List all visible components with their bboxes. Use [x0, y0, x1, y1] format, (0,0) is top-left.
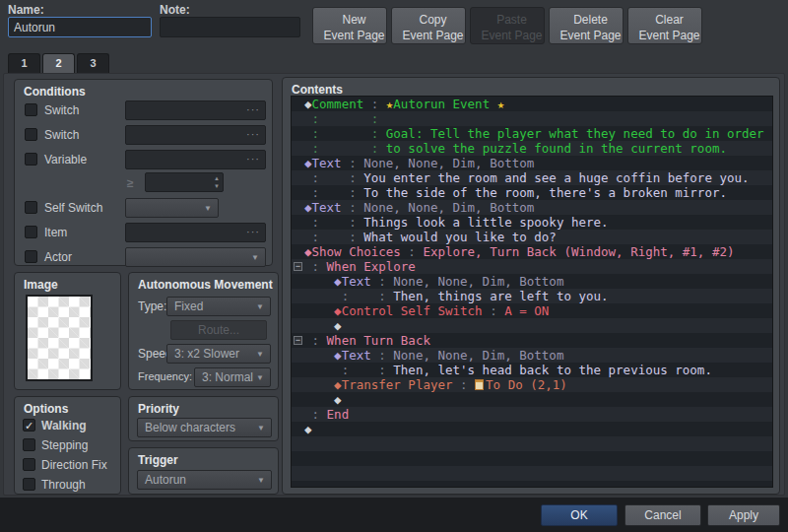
switch2-ellipsis-icon: ···	[246, 128, 260, 140]
tab-page-2[interactable]: 2	[42, 53, 75, 73]
event-command-row[interactable]: ◆	[292, 318, 772, 333]
self-switch-dropdown[interactable]: ▼	[125, 198, 219, 218]
event-image-picker[interactable]	[26, 295, 93, 381]
event-command-text: : : Goal: Tell the player what they need…	[304, 126, 764, 141]
image-panel: Image	[14, 272, 121, 390]
through-checkbox[interactable]	[23, 478, 35, 491]
note-label: Note:	[160, 3, 190, 17]
event-command-row[interactable]: : : To the side of the room, there's a b…	[292, 185, 772, 200]
switch1-checkbox[interactable]	[25, 103, 37, 116]
priority-title: Priority	[138, 402, 179, 416]
movement-frequency-dropdown[interactable]: 3: Normal ▼	[194, 367, 271, 387]
event-command-row[interactable]: ◆Control Self Switch : A = ON	[292, 303, 772, 318]
event-command-row[interactable]: ◆	[292, 422, 772, 436]
trigger-dropdown[interactable]: Autorun ▼	[137, 470, 272, 490]
chevron-down-icon: ▼	[256, 368, 264, 387]
event-command-row[interactable]: : : to solve the puzzle found in the cur…	[292, 141, 772, 156]
event-command-row[interactable]: : End	[292, 407, 772, 422]
actor-label: Actor	[44, 250, 72, 264]
self-switch-checkbox[interactable]	[25, 201, 37, 214]
event-command-row[interactable]: : :	[292, 111, 772, 126]
collapse-minus-icon[interactable]: −	[294, 336, 302, 345]
stepping-label: Stepping	[41, 438, 88, 452]
tab-page-1[interactable]: 1	[8, 53, 40, 73]
event-command-text: ◆	[304, 422, 312, 436]
item-field[interactable]: ···	[125, 223, 266, 242]
event-command-row[interactable]: : : Things look a little spooky here.	[292, 215, 772, 230]
movement-title: Autonomous Movement	[138, 278, 273, 292]
stepper-down-icon[interactable]: ▼	[214, 183, 220, 189]
clear-event-page-button[interactable]: Clear Event Page	[627, 7, 702, 44]
event-command-text: : : You enter the room and see a huge co…	[304, 170, 750, 185]
event-command-text: : End	[304, 407, 349, 422]
priority-panel: Priority Below characters ▼	[128, 396, 279, 441]
event-command-row[interactable]: − : When Explore	[292, 259, 772, 274]
switch2-checkbox[interactable]	[25, 128, 37, 141]
event-command-row[interactable]: : : Goal: Tell the player what they need…	[292, 126, 772, 141]
ok-button[interactable]: OK	[541, 504, 618, 526]
event-command-text: ◆	[304, 318, 342, 333]
event-editor-dialog: Name: Note: New Event Page Copy Event Pa…	[0, 0, 788, 532]
collapse-minus-icon[interactable]: −	[294, 262, 302, 271]
event-command-row[interactable]: ◆Show Choices : Explore, Turn Back (Wind…	[292, 244, 772, 259]
route-button: Route...	[170, 320, 267, 340]
event-command-row[interactable]: − : When Turn Back	[292, 333, 772, 348]
event-command-text: ◆Text : None, None, Dim, Bottom	[304, 348, 563, 363]
variable-label: Variable	[44, 153, 87, 166]
new-event-page-button[interactable]: New Event Page	[312, 7, 387, 44]
apply-button[interactable]: Apply	[707, 504, 780, 526]
walking-checkbox[interactable]: ✓	[23, 419, 35, 432]
variable-field[interactable]: ···	[125, 150, 266, 169]
event-command-row[interactable]: : : Then, things are left to you.	[292, 289, 772, 303]
event-command-row[interactable]: ◆Text : None, None, Dim, Bottom	[292, 274, 772, 289]
variable-ellipsis-icon: ···	[246, 153, 260, 165]
chevron-down-icon: ▼	[257, 471, 265, 490]
paste-event-page-button: Paste Event Page	[470, 7, 545, 44]
movement-speed-dropdown[interactable]: 3: x2 Slower ▼	[166, 344, 271, 364]
priority-dropdown[interactable]: Below characters ▼	[137, 418, 272, 437]
actor-dropdown[interactable]: ▼	[125, 247, 266, 267]
event-command-row[interactable]: : : What would you like to do?	[292, 230, 772, 244]
name-input[interactable]	[8, 17, 152, 37]
options-title: Options	[24, 402, 68, 416]
tab-page-3[interactable]: 3	[77, 53, 109, 73]
contents-title: Contents	[292, 83, 343, 97]
contents-list[interactable]: ◆Comment : ★Autorun Event ★ : : : : Goal…	[291, 96, 773, 488]
through-label: Through	[41, 478, 86, 492]
event-command-row[interactable]: ◆Text : None, None, Dim, Bottom	[292, 156, 772, 170]
event-command-row[interactable]: ◆Text : None, None, Dim, Bottom	[292, 200, 772, 215]
variable-value-stepper[interactable]: ▲ ▼	[145, 172, 224, 192]
image-title: Image	[24, 278, 58, 292]
event-command-row[interactable]: ◆	[292, 392, 772, 407]
event-command-text: : : To the side of the room, there's a b…	[304, 185, 727, 200]
direction-fix-label: Direction Fix	[41, 458, 107, 472]
movement-type-label: Type:	[138, 299, 166, 313]
stepping-checkbox[interactable]	[23, 438, 35, 451]
switch1-ellipsis-icon: ···	[246, 103, 260, 115]
cancel-button[interactable]: Cancel	[624, 504, 701, 526]
trigger-panel: Trigger Autorun ▼	[128, 447, 279, 495]
switch2-field[interactable]: ···	[125, 125, 266, 145]
event-command-row[interactable]: : : You enter the room and see a huge co…	[292, 170, 772, 185]
event-command-row[interactable]: : : Then, let's head back to the previou…	[292, 363, 772, 377]
delete-event-page-button[interactable]: Delete Event Page	[549, 7, 624, 44]
variable-operator-label: ≥	[127, 176, 134, 190]
item-checkbox[interactable]	[25, 226, 37, 238]
trigger-title: Trigger	[138, 453, 178, 467]
event-command-row[interactable]: ◆Text : None, None, Dim, Bottom	[292, 348, 772, 363]
actor-checkbox[interactable]	[25, 250, 37, 263]
note-input[interactable]	[160, 17, 300, 37]
event-command-row[interactable]: ◆Comment : ★Autorun Event ★	[292, 97, 772, 111]
movement-type-dropdown[interactable]: Fixed ▼	[166, 297, 271, 316]
switch1-field[interactable]: ···	[125, 100, 266, 120]
stepper-up-icon[interactable]: ▲	[214, 175, 220, 181]
item-label: Item	[44, 226, 67, 239]
switch1-label: Switch	[44, 103, 79, 117]
variable-checkbox[interactable]	[25, 153, 37, 166]
walking-label: Walking	[41, 419, 87, 432]
chevron-down-icon: ▼	[256, 345, 264, 364]
direction-fix-checkbox[interactable]	[23, 458, 35, 471]
event-command-row[interactable]: ◆Transfer Player : To Do (2,1)	[292, 377, 772, 392]
copy-event-page-button[interactable]: Copy Event Page	[391, 7, 466, 44]
event-command-text: ◆Show Choices : Explore, Turn Back (Wind…	[304, 244, 735, 259]
